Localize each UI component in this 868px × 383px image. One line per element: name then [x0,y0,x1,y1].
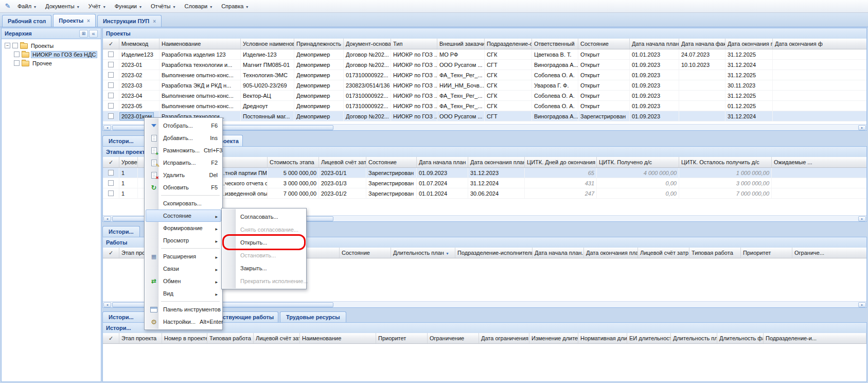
column-header[interactable]: Тип [391,39,437,49]
column-header[interactable]: Дата окончания план [468,157,525,167]
scroll-left-icon[interactable] [103,216,111,221]
menu-item[interactable]: Открыть... [223,236,305,249]
column-header[interactable]: Ответственный [532,39,578,49]
column-header[interactable]: Принадлежность [294,39,344,49]
column-header[interactable]: Номер в проекте [162,333,207,343]
close-icon[interactable] [153,19,156,24]
column-header[interactable]: Уровень [119,157,138,167]
select-all-column-header[interactable] [103,157,119,167]
table-row[interactable]: 2023-02Выполнение опытно-конс...Технолог… [103,70,866,80]
column-header[interactable]: ЦИТК. Осталось получить д/с [679,157,772,167]
menu-item[interactable]: Исправить...F2 [146,156,221,169]
tab-history[interactable]: Истори... [102,226,140,237]
scroll-right-icon[interactable] [858,216,866,221]
column-header[interactable]: Дата начала план. [630,39,679,49]
column-header[interactable]: Подразделение-и... [764,333,866,343]
tree-checkbox[interactable] [14,51,20,57]
menu-item[interactable]: Добавить...Ins [146,132,221,144]
close-icon[interactable] [87,18,90,24]
select-all-column-header[interactable] [103,39,119,49]
column-header[interactable]: Типовая работа [207,333,254,343]
column-header[interactable]: Мнемокод [119,39,160,49]
column-header[interactable]: Дата окончания план [584,248,638,258]
column-header[interactable]: Подразделение-от [485,39,532,49]
row-checkbox[interactable] [108,72,114,78]
column-header[interactable]: Ожидаемые ... [772,157,866,167]
column-header[interactable]: Ограниче... [792,248,866,258]
column-header[interactable]: Дата ограничения [479,333,529,343]
select-all-column-header[interactable] [103,248,119,258]
menu-item[interactable]: Вид [146,287,221,300]
row-checkbox[interactable] [108,51,114,57]
column-header[interactable]: Дата начала факт [679,39,725,49]
column-header[interactable]: Состояние [366,157,417,167]
column-header[interactable]: Состояние [340,248,391,258]
row-checkbox[interactable] [108,170,114,176]
scroll-left-icon[interactable] [103,125,111,130]
tree-item-projects[interactable]: Проекты [2,41,101,50]
tab-projects[interactable]: Проекты [53,14,96,27]
tab-pup-instructions[interactable]: Инструкции ПУП [97,15,162,27]
select-all-column-header[interactable] [103,333,119,343]
menu-item[interactable]: ОбновитьF5 [146,181,221,194]
menu-item[interactable]: Скопировать... [146,197,221,210]
menu-item[interactable]: Просмотр [146,234,221,247]
menu-help[interactable]: Справка [217,2,252,11]
tree-item-other[interactable]: Прочее [2,59,101,67]
tab-labor-resources[interactable]: Трудовые ресурсы [280,311,346,322]
column-header[interactable]: ЦИТК. Получено д/с [597,157,679,167]
menu-reports[interactable]: Отчёты [147,2,179,11]
scroll-right-icon[interactable] [858,302,866,307]
column-header[interactable]: Нормативная длит [578,333,627,343]
menu-functions[interactable]: Функции [111,2,146,11]
table-row[interactable]: 2023-01Разработка технологии и...Магнит … [103,60,866,70]
column-header[interactable]: Подразделение-исполнитель.. [455,248,533,258]
row-checkbox[interactable] [108,180,114,186]
column-header[interactable]: Состояние [578,39,630,49]
row-checkbox[interactable] [108,82,114,88]
column-header[interactable]: ЕИ длительности [627,333,671,343]
column-header[interactable]: Лицевой счёт затр [638,248,689,258]
column-header[interactable]: Дата начала план [417,157,468,167]
table-row[interactable]: Изделие123Разработка изделия 123Изделие-… [103,49,866,60]
column-header[interactable]: Стоимость этапа [268,157,319,167]
menu-item[interactable]: УдалитьDel [146,169,221,181]
row-checkbox[interactable] [108,93,114,98]
column-header[interactable]: Наименование [160,39,241,49]
column-header[interactable]: Наименование [300,333,376,343]
tree-checkbox[interactable] [14,60,20,66]
table-row[interactable]: 2023-03Разработка ЭКД и РКД н...905-U020… [103,80,866,91]
collapse-node-icon[interactable] [5,43,10,48]
column-header[interactable]: Документ-основан [344,39,391,49]
tree-checkbox[interactable] [12,43,18,48]
tab-history[interactable]: Истори... [102,311,149,322]
tree-item-niokr[interactable]: НИОКР по ГОЗ без НДС [2,50,101,59]
menu-documents[interactable]: Документы [41,2,83,11]
collapse-panel-icon[interactable] [89,30,98,38]
column-header[interactable]: Длительность план [391,248,455,258]
row-checkbox[interactable] [108,103,114,109]
column-header[interactable]: Дата окончания пл [725,39,773,49]
column-header[interactable]: Лицевой счёт затрат [319,157,366,167]
menu-item[interactable]: Состояние [146,210,221,222]
scroll-left-icon[interactable] [103,302,111,307]
row-checkbox[interactable] [108,190,114,196]
menu-item[interactable]: Панель инструментов [146,303,221,316]
row-checkbox[interactable] [108,113,114,119]
tab-history[interactable]: Истори... [102,135,149,146]
column-header[interactable]: Условное наименова [241,39,294,49]
column-header[interactable]: Дата начала план. [533,248,584,258]
menu-item[interactable]: Связи [146,263,221,275]
column-header[interactable]: ЦИТК. Дней до окончания [525,157,597,167]
column-header[interactable]: Лицевой счёт затр [254,333,300,343]
menu-item[interactable]: Обмен [146,275,221,287]
menu-item[interactable]: Отобрать...F6 [146,119,221,132]
column-header[interactable]: Приоритет [741,248,792,258]
menu-item[interactable]: Закрыть... [223,262,305,274]
column-header[interactable]: Внешний заказчик [437,39,485,49]
menu-item[interactable]: Настройки...Alt+Enter [146,316,221,328]
table-row[interactable]: 2023-05Выполнение опытно-конс...Дредноут… [103,101,866,111]
menu-item[interactable]: Формирование [146,222,221,234]
column-header[interactable]: Длительность фак [717,333,764,343]
column-header[interactable]: Приоритет [376,333,428,343]
